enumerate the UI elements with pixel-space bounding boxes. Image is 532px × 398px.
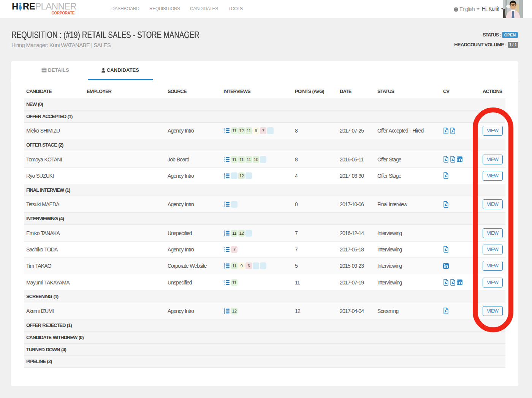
svg-text:3: 3 xyxy=(224,234,225,236)
svg-text:3: 3 xyxy=(224,250,225,253)
svg-text:3: 3 xyxy=(224,205,225,208)
svg-text:3: 3 xyxy=(224,267,225,269)
svg-text:3: 3 xyxy=(224,177,225,179)
svg-text:3: 3 xyxy=(224,312,225,314)
svg-text:3: 3 xyxy=(224,283,225,286)
svg-text:3: 3 xyxy=(224,160,225,163)
svg-text:3: 3 xyxy=(224,132,225,134)
